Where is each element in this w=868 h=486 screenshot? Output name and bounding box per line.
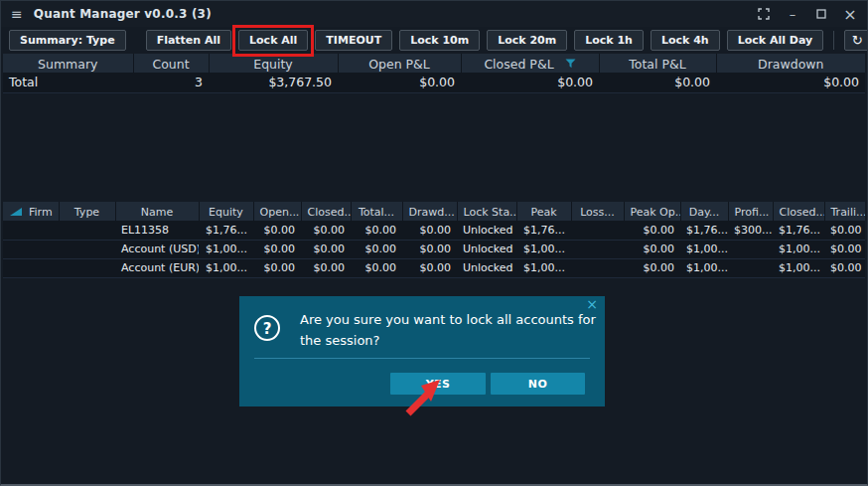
account-cell-open: $0.00 [253,221,301,240]
dialog-message: Are you sure you want to lock all accoun… [300,309,596,351]
dialog-divider [254,358,590,359]
summary-column-header-count-1[interactable]: Count [133,54,209,73]
minimize-icon[interactable]: – [786,7,799,21]
close-icon[interactable]: × [843,7,857,21]
lock-all-button[interactable]: Lock All [238,30,308,51]
yes-button[interactable]: YES [390,373,486,395]
column-label: Firm [29,205,53,218]
account-cell-name: EL11358 [115,221,199,240]
window-controls: – × [757,7,857,21]
account-column-header-peak-9[interactable]: Peak [516,202,571,221]
lock-20m-button[interactable]: Lock 20m [487,30,567,51]
summary-type-button[interactable]: Summary: Type [9,30,126,51]
summary-row-0[interactable]: Total3$3,767.50$0.00$0.00$0.00$0.00 [3,73,865,92]
account-column-header-open-4[interactable]: Open... [253,202,301,221]
account-cell-traili: $0.00 [824,221,865,240]
menu-icon[interactable]: ≡ [11,6,23,22]
account-column-header-traili-15[interactable]: Traili... [824,202,865,221]
account-cell-peak: $1,00... [516,258,571,277]
account-cell-equity: $1,00... [199,240,253,258]
summary-cell-summary: Total [3,73,133,92]
no-button[interactable]: NO [491,373,585,395]
account-cell-total: $0.00 [351,221,402,240]
column-label: Closed P&L [484,57,553,72]
lock-10m-button[interactable]: Lock 10m [399,30,480,51]
column-label: Open P&L [368,57,430,72]
account-cell-loss [571,240,624,258]
column-label: Open... [260,205,300,218]
summary-table: SummaryCountEquityOpen P&LClosed P&LTota… [3,54,865,93]
firm-flag-icon [9,207,23,217]
timeout-button[interactable]: TIMEOUT [315,30,392,51]
account-cell-profi: $300... [728,221,773,240]
account-column-header-firm-0[interactable]: Firm [3,202,59,221]
account-cell-day: $1,76... [680,221,728,240]
account-column-header-peak-op-11[interactable]: Peak Op... [624,202,680,221]
lock-4h-button[interactable]: Lock 4h [651,30,720,51]
column-label: Peak Op... [631,205,681,218]
account-row-2[interactable]: Account (EUR)$1,00...$0.00$0.00$0.00$0.0… [3,258,865,277]
account-cell-closed: $1,00... [773,240,824,258]
account-cell-type [59,258,115,277]
filter-icon[interactable] [565,59,576,69]
account-cell-closed: $0.00 [301,240,351,258]
column-label: Day... [689,205,720,218]
account-row-1[interactable]: Account (USD)$1,00...$0.00$0.00$0.00$0.0… [3,240,865,258]
title-bar: ≡ Quant Manager v0.0.3 (3) – × [1,1,867,27]
account-cell-closed: $1,00... [773,258,824,277]
account-cell-lock-sta: Unlocked [457,240,516,258]
summary-table-header-row: SummaryCountEquityOpen P&LClosed P&LTota… [3,54,865,73]
fullscreen-icon[interactable] [757,7,771,21]
account-cell-traili: $0.00 [824,258,865,277]
account-column-header-profi-13[interactable]: Profi... [728,202,773,221]
account-cell-firm [3,258,59,277]
account-column-header-closed-5[interactable]: Closed... [301,202,351,221]
summary-column-header-summary-0[interactable]: Summary [3,54,133,73]
summary-column-header-equity-2[interactable]: Equity [209,54,338,73]
account-cell-loss [571,258,624,277]
account-column-header-loss-10[interactable]: Loss... [571,202,624,221]
account-row-0[interactable]: EL11358$1,76...$0.00$0.00$0.00$0.00Unloc… [3,221,865,240]
column-label: Name [141,205,173,218]
account-cell-closed: $0.00 [301,258,351,277]
summary-column-header-drawdown-6[interactable]: Drawdown [716,54,865,73]
account-column-header-name-2[interactable]: Name [115,202,199,221]
account-cell-peak: $1,00... [516,240,571,258]
column-label: Total... [359,205,394,218]
summary-cell-equity: $3,767.50 [209,73,338,92]
account-cell-firm [3,221,59,240]
toolbar-right-group: Lock 10m Lock 20m Lock 1h Lock 4h Lock A… [399,30,868,51]
account-column-header-type-1[interactable]: Type [59,202,115,221]
maximize-icon[interactable] [814,7,828,21]
account-column-header-closed-14[interactable]: Closed... [773,202,824,221]
lock-all-day-button[interactable]: Lock All Day [727,30,824,51]
summary-column-header-open-p-l-3[interactable]: Open P&L [338,54,461,73]
summary-cell-open-p-l: $0.00 [338,73,461,92]
summary-column-header-closed-p-l-4[interactable]: Closed P&L [461,54,599,73]
account-cell-profi [728,258,773,277]
account-cell-open: $0.00 [253,258,301,277]
refresh-icon: ↻ [852,33,863,48]
column-label: Closed... [308,205,352,218]
account-column-header-drawd-7[interactable]: Drawd... [402,202,457,221]
account-column-header-lock-sta-8[interactable]: Lock Sta... [457,202,516,221]
accounts-table: FirmTypeNameEquityOpen...Closed...Total.… [3,202,865,278]
column-label: Total P&L [629,57,685,72]
account-column-header-equity-3[interactable]: Equity [199,202,253,221]
account-cell-peak-op: $0.00 [624,258,680,277]
account-cell-traili: $0.00 [824,240,865,258]
column-label: Drawd... [409,205,455,218]
account-cell-drawd: $0.00 [402,258,457,277]
refresh-button[interactable]: ↻ [844,30,868,51]
summary-column-header-total-p-l-5[interactable]: Total P&L [599,54,716,73]
account-cell-type [59,221,115,240]
account-column-header-day-12[interactable]: Day... [680,202,728,221]
account-cell-type [59,240,115,258]
window-title: Quant Manager v0.0.3 (3) [34,7,212,21]
account-cell-peak-op: $0.00 [624,240,680,258]
account-column-header-total-6[interactable]: Total... [351,202,402,221]
account-cell-firm [3,240,59,258]
lock-1h-button[interactable]: Lock 1h [574,30,644,51]
flatten-all-button[interactable]: Flatten All [146,30,231,51]
summary-cell-closed-p-l: $0.00 [461,73,599,92]
